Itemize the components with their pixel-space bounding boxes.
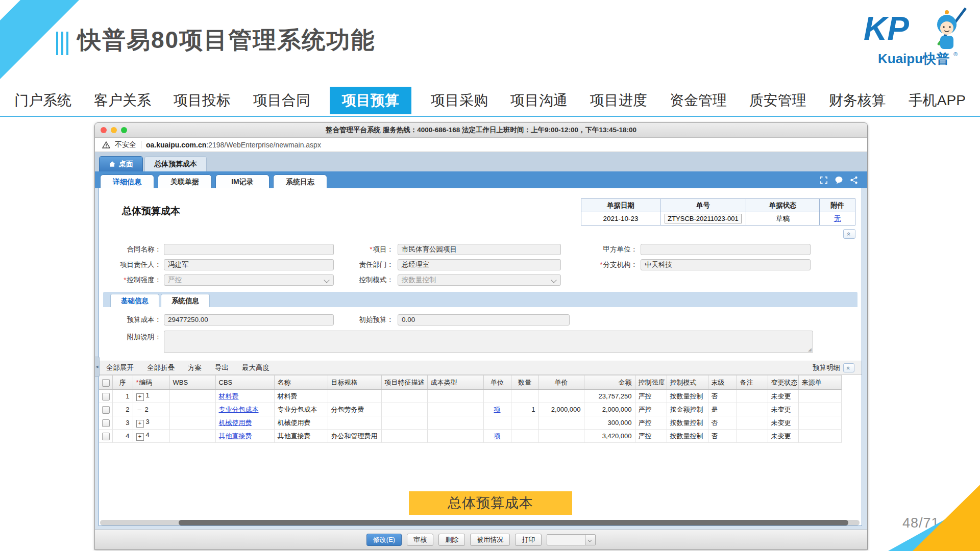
info-header-cell: 单号 — [660, 199, 746, 212]
maximize-window-button[interactable] — [121, 127, 127, 133]
cell-leaf: 否 — [708, 416, 737, 430]
nav-item-10[interactable]: 质安管理 — [746, 89, 810, 112]
info-value-cell[interactable]: 无 — [820, 212, 855, 226]
nav-item-12[interactable]: 手机APP — [905, 89, 969, 112]
nav-item-11[interactable]: 财务核算 — [826, 89, 889, 112]
cell-source — [798, 403, 841, 416]
cell-link-cbs[interactable]: 专业分包成本 — [219, 406, 259, 413]
cell-mode: 按数量控制 — [667, 416, 708, 430]
nav-item-1[interactable]: 门户系统 — [11, 89, 75, 112]
nav-item-6[interactable]: 项目采购 — [428, 89, 491, 112]
share-icon[interactable] — [850, 176, 858, 184]
control-strength-select[interactable]: 严控 — [164, 274, 334, 286]
cell-link-cbs[interactable]: 其他直接费 — [219, 432, 252, 440]
row-checkbox[interactable] — [102, 433, 110, 440]
chat-icon[interactable] — [835, 176, 843, 184]
cell-link-unit[interactable]: 项 — [494, 406, 501, 413]
nav-item-2[interactable]: 客户关系 — [91, 89, 154, 112]
contract-name-input[interactable] — [164, 244, 334, 255]
collapse-header-button[interactable]: « — [843, 229, 855, 239]
detail-tab-1[interactable]: 详细信息 — [100, 174, 154, 189]
toolbar-item-2[interactable]: 全部折叠 — [147, 363, 175, 372]
info-table-value-row: 2021-10-23ZTYSCB-20211023-001草稿无 — [581, 212, 855, 226]
nav-item-4[interactable]: 项目合同 — [250, 89, 313, 112]
row-checkbox[interactable] — [102, 419, 110, 427]
cell-name: 专业分包成本 — [274, 403, 328, 416]
cell-qty — [511, 416, 538, 430]
project-responsible-input[interactable]: 冯建军 — [164, 259, 334, 270]
detail-tab-4[interactable]: 系统日志 — [273, 174, 327, 189]
grid-panel-header: 预算明细 « — [813, 363, 854, 372]
cell-name: 其他直接费 — [274, 430, 328, 443]
cell-cbs: 材料费 — [215, 390, 274, 403]
cell-mode: 按数量控制 — [667, 430, 708, 443]
initial-budget-input[interactable]: 0.00 — [398, 314, 570, 325]
cell-link-unit[interactable]: 项 — [494, 432, 501, 440]
nav-item-9[interactable]: 资金管理 — [667, 89, 730, 112]
browser-urlbar[interactable]: 不安全 oa.kuaipu.com.cn:2198/WebEnterprise/… — [95, 138, 867, 152]
budget-cost-input[interactable]: 29477250.00 — [164, 314, 334, 325]
field-label-budget-cost: 预算成本： — [108, 314, 161, 325]
cell-link-cbs[interactable]: 材料费 — [219, 392, 239, 400]
dropdown-arrow-icon[interactable] — [585, 535, 595, 545]
control-mode-select[interactable]: 按数量控制 — [398, 274, 561, 286]
attachment-link[interactable]: 无 — [834, 215, 841, 222]
column-header-source: 来源单 — [798, 375, 841, 390]
fullscreen-icon[interactable] — [820, 176, 828, 184]
leaf-node-icon — [136, 406, 143, 413]
toolbar-item-3[interactable]: 方案 — [188, 363, 202, 372]
cell-name: 机械使用费 — [274, 416, 328, 430]
column-header-unit: 单位 — [483, 375, 511, 390]
panel-collapse-handle[interactable]: ◀ — [95, 357, 100, 377]
expand-node-icon[interactable] — [136, 393, 144, 401]
nav-item-3[interactable]: 项目投标 — [170, 89, 234, 112]
tab-desktop[interactable]: 桌面 — [99, 156, 143, 171]
row-checkbox[interactable] — [102, 393, 110, 400]
field-label-project: *项目： — [327, 244, 394, 255]
row-checkbox[interactable] — [102, 406, 110, 414]
owner-unit-input[interactable] — [641, 244, 811, 255]
select-all-checkbox[interactable] — [102, 379, 110, 387]
cell-link-cbs[interactable]: 机械使用费 — [219, 419, 252, 427]
detail-tab-3[interactable]: IM记录 — [215, 174, 270, 189]
footer-button-1[interactable]: 修改(E) — [366, 534, 402, 546]
nav-item-7[interactable]: 项目沟通 — [507, 89, 571, 112]
cell-name: 材料费 — [274, 390, 328, 403]
grid-toolbar: 全部展开全部折叠方案导出最大高度 预算明细 « — [99, 361, 862, 375]
section-tab-2[interactable]: 系统信息 — [161, 294, 210, 307]
field-label-control-mode: 控制模式： — [327, 274, 394, 286]
cell-cost_type — [427, 390, 483, 403]
toolbar-item-1[interactable]: 全部展开 — [106, 363, 134, 372]
print-format-dropdown[interactable] — [547, 534, 596, 545]
branch-input[interactable]: 中天科技 — [641, 259, 811, 270]
toolbar-item-4[interactable]: 导出 — [215, 363, 229, 372]
detail-tab-2[interactable]: 关联单据 — [158, 174, 212, 189]
cell-strength: 严控 — [635, 416, 667, 430]
footer-button-2[interactable]: 审核 — [407, 534, 433, 546]
app-content: 总体预算成本 单据日期单号单据状态附件2021-10-23ZTYSCB-2021… — [95, 188, 867, 530]
resize-grip-icon[interactable]: ◢ — [808, 347, 812, 352]
nav-item-8[interactable]: 项目进度 — [587, 89, 650, 112]
cell-code: 2 — [133, 403, 169, 416]
memo-textarea[interactable]: ◢ — [164, 331, 813, 353]
chevron-down-icon — [551, 277, 556, 283]
toolbar-item-5[interactable]: 最大高度 — [242, 363, 270, 372]
nav-item-5[interactable]: 项目预算 — [330, 87, 411, 114]
project-input[interactable]: 市民体育公园项目 — [398, 244, 561, 255]
expand-node-icon[interactable] — [136, 433, 144, 441]
tab-total-budget-cost[interactable]: 总体预算成本 — [144, 156, 207, 171]
minimize-window-button[interactable] — [111, 127, 117, 133]
cell-cost_type — [427, 416, 483, 430]
horizontal-scrollbar-thumb[interactable] — [179, 520, 848, 525]
section-tab-1[interactable]: 基础信息 — [110, 294, 159, 307]
footer-button-5[interactable]: 打印 — [515, 534, 542, 546]
department-input[interactable]: 总经理室 — [398, 259, 561, 270]
footer-button-3[interactable]: 删除 — [438, 534, 465, 546]
footer-button-4[interactable]: 被用情况 — [470, 534, 510, 546]
browser-titlebar: 整合管理平台系统 服务热线：4000-686-168 法定工作日上班时间：上午9… — [95, 123, 867, 138]
panel-action-icons — [820, 176, 858, 184]
expand-node-icon[interactable] — [136, 420, 144, 428]
close-window-button[interactable] — [101, 127, 107, 133]
cell-remark — [737, 416, 768, 430]
collapse-grid-button[interactable]: « — [843, 363, 854, 372]
